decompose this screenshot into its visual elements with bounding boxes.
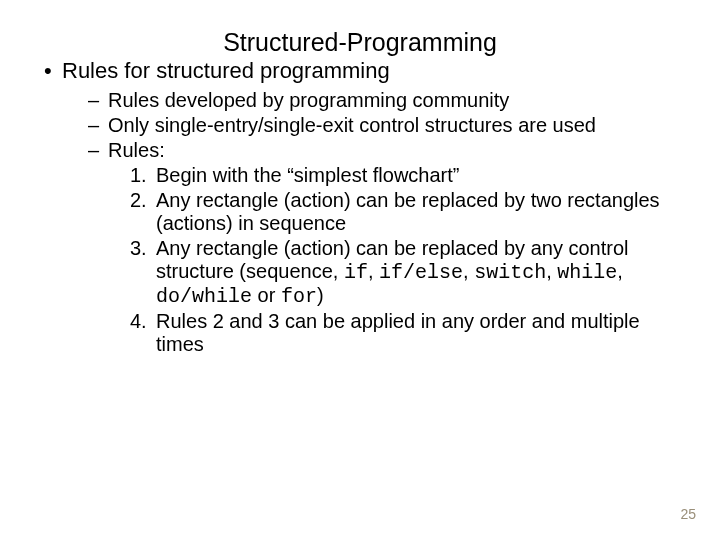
rule-text-3: Any rectangle (action) can be replaced b… (156, 237, 629, 306)
level2-text-c: Rules: (108, 139, 165, 161)
numbered-rule: 2.Any rectangle (action) can be replaced… (32, 189, 680, 235)
dash-icon: – (88, 139, 108, 162)
rule-number: 2. (130, 189, 156, 212)
code-for: for (281, 285, 317, 308)
bullet-level2: –Rules: (32, 139, 680, 162)
bullet-level1: •Rules for structured programming (32, 58, 680, 83)
code-switch: switch (474, 261, 546, 284)
numbered-rule: 1.Begin with the “simplest flowchart” (32, 164, 680, 187)
dash-icon: – (88, 114, 108, 137)
rule-text-2: Any rectangle (action) can be replaced b… (156, 189, 660, 234)
level2-text-a: Rules developed by programming community (108, 89, 509, 111)
rule-text-1: Begin with the “simplest flowchart” (156, 164, 459, 186)
code-while: while (557, 261, 617, 284)
rule-number: 3. (130, 237, 156, 260)
numbered-rule: 4.Rules 2 and 3 can be applied in any or… (32, 310, 680, 356)
level2-text-b: Only single-entry/single-exit control st… (108, 114, 596, 136)
code-if: if (344, 261, 368, 284)
bullet-dot: • (44, 58, 62, 83)
numbered-rule: 3.Any rectangle (action) can be replaced… (32, 237, 680, 308)
bullet-level2: –Only single-entry/single-exit control s… (32, 114, 680, 137)
bullet-level2: –Rules developed by programming communit… (32, 89, 680, 112)
slide: Structured-Programming •Rules for struct… (0, 0, 720, 540)
code-ifelse: if/else (379, 261, 463, 284)
level1-text: Rules for structured programming (62, 58, 390, 83)
rule-text-4: Rules 2 and 3 can be applied in any orde… (156, 310, 640, 355)
slide-title: Structured-Programming (0, 28, 720, 57)
page-number: 25 (680, 506, 696, 522)
slide-body: •Rules for structured programming –Rules… (32, 58, 680, 358)
dash-icon: – (88, 89, 108, 112)
code-dowhile: do/while (156, 285, 252, 308)
rule-number: 1. (130, 164, 156, 187)
rule-number: 4. (130, 310, 156, 333)
